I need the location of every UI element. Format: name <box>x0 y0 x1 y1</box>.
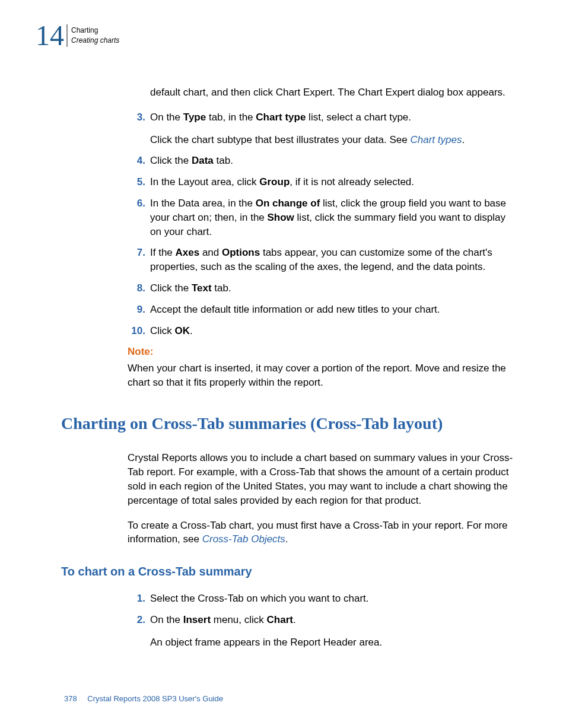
heading-to-chart-crosstab: To chart on a Cross-Tab summary <box>61 563 519 580</box>
step-number: 6. <box>128 196 145 239</box>
step-number: 5. <box>128 175 145 189</box>
footer-title: Crystal Reports 2008 SP3 User's Guide <box>87 694 223 703</box>
header-subsection: Creating charts <box>71 36 119 46</box>
continuation-paragraph: default chart, and then click Chart Expe… <box>150 85 519 100</box>
crosstab-paragraph-1: Crystal Reports allows you to include a … <box>128 451 519 507</box>
step-5: 5. In the Layout area, click Group, if i… <box>128 175 519 189</box>
chapter-number: 14 <box>36 21 64 50</box>
main-content: default chart, and then click Chart Expe… <box>128 85 519 650</box>
step-7: 7. If the Axes and Options tabs appear, … <box>128 246 519 274</box>
heading-crosstab-summaries: Charting on Cross-Tab summaries (Cross-T… <box>61 414 519 434</box>
step-6: 6. In the Data area, in the On change of… <box>128 196 519 239</box>
crosstab-objects-link[interactable]: Cross-Tab Objects <box>202 533 285 545</box>
page-number: 378 <box>64 694 77 703</box>
note-body: When your chart is inserted, it may cove… <box>128 361 519 390</box>
header-divider <box>66 24 68 47</box>
step-number: 10. <box>128 324 145 338</box>
header-section: Charting <box>71 26 119 36</box>
step-number: 1. <box>128 592 145 606</box>
step-9: 9. Accept the default title information … <box>128 303 519 317</box>
step-8: 8. Click the Text tab. <box>128 281 519 295</box>
step-number: 3. <box>128 110 145 147</box>
step-number: 9. <box>128 303 145 317</box>
procedure-steps: 3. On the Type tab, in the Chart type li… <box>128 110 519 338</box>
step2-1: 1. Select the Cross-Tab on which you wan… <box>128 592 519 606</box>
procedure-steps-2: 1. Select the Cross-Tab on which you wan… <box>128 592 519 649</box>
step-number: 4. <box>128 154 145 168</box>
step-number: 7. <box>128 246 145 274</box>
page-header: 14 Charting Creating charts <box>36 21 530 50</box>
chart-types-link[interactable]: Chart types <box>410 134 462 145</box>
step-10: 10. Click OK. <box>128 324 519 338</box>
step-4: 4. Click the Data tab. <box>128 154 519 168</box>
step-3: 3. On the Type tab, in the Chart type li… <box>128 110 519 147</box>
page-footer: 378 Crystal Reports 2008 SP3 User's Guid… <box>64 694 223 703</box>
step-number: 2. <box>128 613 145 650</box>
step2-2: 2. On the Insert menu, click Chart. An o… <box>128 613 519 650</box>
step-number: 8. <box>128 281 145 295</box>
note-label: Note: <box>128 345 519 359</box>
